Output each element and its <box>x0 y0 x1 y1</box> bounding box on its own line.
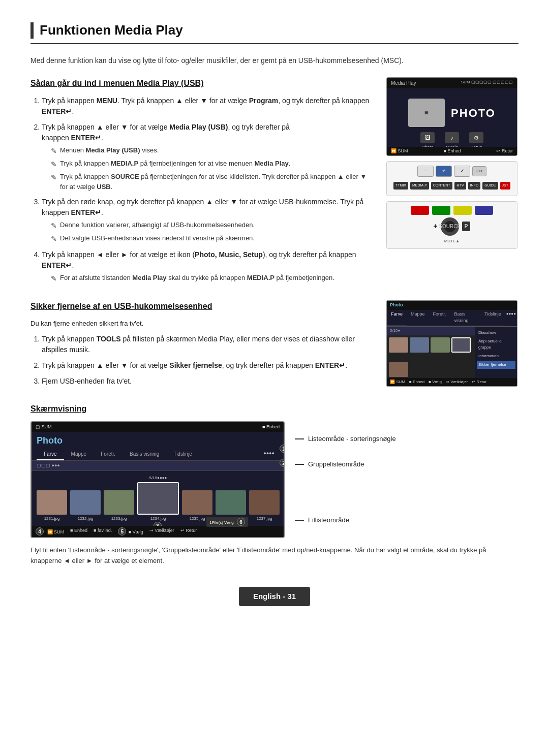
remote2-row1: + SOURCE P <box>391 217 513 236</box>
note-icon-2b: ✎ <box>51 159 57 170</box>
remote2: + SOURCE P MUTE▲ <box>386 201 517 249</box>
nav-circle: SOURCE <box>441 217 459 236</box>
section1-heading: Sådan går du ind i menuen Media Play (US… <box>30 77 376 89</box>
psl-label-1235: 1235.jpg <box>190 516 205 522</box>
btn-info: INFO <box>468 182 481 190</box>
psl-footer-velg: 5 ■ Vælg <box>118 527 143 536</box>
badge-5: 5 <box>118 527 126 536</box>
note-2a: ✎ Menuen Media Play (USB) vises. <box>51 145 376 156</box>
psl-label-1232: 1232.jpg <box>78 516 94 522</box>
psl-tab-basis: Basis visning <box>123 449 166 460</box>
section1-images: Media Play SUM ▢▢▢▢▢ ▢▢▢▢▢ ▣ PHOTO 🖼 Pho… <box>386 77 518 289</box>
psl-tabs-row: Farve Mappe Foretr. Basis visning Tidsli… <box>32 449 284 461</box>
psl-header-right: ■ Enhed <box>262 424 280 431</box>
psl-title: Photo <box>32 432 284 449</box>
note-icon-2a: ✎ <box>51 146 57 156</box>
badge-6: 6 <box>237 518 245 526</box>
section1-steps: Tryk på knappen MENU. Tryk på knappen ▲ … <box>30 96 376 284</box>
mp-footer-retur: ↩ Retur <box>496 148 513 155</box>
psl-label-1233: 1233.jpg <box>111 516 127 522</box>
btn-ttmix: TTMIX <box>393 182 408 190</box>
note-icon-4a: ✎ <box>51 273 57 284</box>
ps-title: Photo <box>390 302 403 309</box>
ps-tab-farve: Farve <box>387 310 407 326</box>
psl-thumb-wrap-3: 1233.jpg <box>104 490 134 522</box>
note-text-3b: Det valgte USB-enhedsnavn vises nederst … <box>60 233 255 243</box>
psl-footer-fav: ■ fav.ind. <box>94 527 112 536</box>
btn-green <box>432 206 450 215</box>
btn-red <box>411 206 429 215</box>
skerm-label-3: Fillisteområde <box>295 515 518 525</box>
note-text-2b: Tryk på knappen MEDIA.P på fjernbetjenin… <box>60 159 290 169</box>
skerm-label-2: Gruppelisteområde <box>295 459 518 469</box>
s2-step3: Fjern USB-enheden fra tv'et. <box>42 376 376 387</box>
psl-thumb-wrap-1: 1231.jpg <box>37 490 67 522</box>
psl-thumb-1231 <box>37 490 67 515</box>
ps-footer-enhed: ■ Enhed <box>409 379 424 385</box>
psl-header: ▢ SUM ■ Enhed <box>32 422 284 432</box>
ps-tab-tidslinje: Tidslinje <box>480 310 505 326</box>
note-3a: ✎ Denne funktion varierer, afhængigt af … <box>51 220 376 231</box>
section2-intro: Du kan fjerne enheden sikkert fra tv'et. <box>30 319 376 329</box>
btn-dtv: ⊕TV <box>454 182 466 190</box>
psl-thumb-1233 <box>104 490 134 515</box>
skerm-label-text-2: Gruppelisteområde <box>308 459 364 469</box>
note-2b: ✎ Tryk på knappen MEDIA.P på fjernbetjen… <box>51 159 376 170</box>
psl-group-row: ▢▢▢ ●●● <box>32 461 284 471</box>
ps-tab-foretr: Foretr. <box>429 310 450 326</box>
btn-yellow <box>453 206 472 215</box>
badge-2: 2 <box>280 459 285 467</box>
psl-group-text: ▢▢▢ ●●● <box>37 462 60 469</box>
psl-tab-tid: Tidslinje <box>166 449 199 460</box>
psl-tabs: Farve Mappe Foretr. Basis visning Tidsli… <box>32 449 284 461</box>
psl-counter-label: 5/15●●●● <box>149 475 167 481</box>
mp-icon-setup-shape: ⚙ <box>469 132 483 143</box>
btn-minus: − <box>417 166 434 177</box>
remote1-row1: − ↵ ✓ CH <box>391 166 513 177</box>
s2-step2: Tryk på knappen ▲ eller ▼ for at vælge S… <box>42 360 376 371</box>
ps-sidebar-sikker: Sikker fjernelse <box>477 361 515 369</box>
section2-steps: Tryk på knappen TOOLS på fillisten på sk… <box>30 334 376 387</box>
step-4: Tryk på knappen ◄ eller ► for at vælge e… <box>42 249 376 284</box>
note-text-4a: For at afslutte tilstanden Media Play sk… <box>60 273 334 283</box>
psl-label-1231: 1231.jpg <box>44 516 60 522</box>
skerm-label-line-3 <box>295 520 304 521</box>
ps-footer: ⏩ SUM ■ Enhed ■ Vælg ⇒ Vælktøjer ↩ Retur <box>387 378 517 386</box>
nav-center: SOURCE <box>444 221 455 232</box>
color-btns <box>391 206 513 215</box>
badge-1: 1 <box>280 445 285 453</box>
ps-footer-retur: ↩ Retur <box>472 379 486 385</box>
page-number-box: English - 31 <box>239 587 310 607</box>
psl-thumb-selected-group: 5/15●●●● 1234.jpg <box>137 475 179 522</box>
ps-footer-vaerk: ⇒ Vælktøjer <box>446 379 468 385</box>
skerm-screen-wrap: ▢ SUM ■ Enhed Photo Farve Mappe Foretr. … <box>30 421 285 539</box>
psl-file-select: 1File(s) Vælg 6 <box>206 517 248 527</box>
page-title-bar: Funktionen Media Play <box>30 20 518 44</box>
psl-thumb-1236 <box>216 490 246 515</box>
ps-thumb-5 <box>389 362 408 377</box>
step-2: Tryk på knappen ▲ eller ▼ for at vælge M… <box>42 122 376 192</box>
note-icon-3b: ✎ <box>51 234 57 244</box>
psl-footer-sum: 4 ⏩ SUM <box>36 527 64 536</box>
section2-heading: Sikker fjernelse af en USB-hukommelsesen… <box>30 300 376 312</box>
psl-group-wrap: ▢▢▢ ●●● 2 <box>32 461 284 471</box>
step-3: Tryk på den røde knap, og tryk derefter … <box>42 197 376 244</box>
page-title: Funktionen Media Play <box>40 20 183 40</box>
mp-header-info: SUM ▢▢▢▢▢ ▢▢▢▢▢ <box>461 79 513 87</box>
note-icon-3a: ✎ <box>51 220 57 231</box>
ps-header: Photo <box>387 301 517 310</box>
psl-thumb-1234-selected <box>137 482 179 515</box>
btn-guide: GUIDE <box>482 182 498 190</box>
psl-footer: 4 ⏩ SUM ■ Enhed ■ fav.ind. 5 ■ Vælg ⇒ Væ… <box>32 526 284 537</box>
ps-thumb-3 <box>431 337 450 353</box>
btn-mute-label: MUTE▲ <box>391 238 513 244</box>
note-icon-2c: ✎ <box>51 172 57 183</box>
skerm-label-line-2 <box>295 464 304 465</box>
skerm-label-1: Listeområde - sorteringsnøgle <box>295 434 518 444</box>
note-3b: ✎ Det valgte USB-enhedsnavn vises neders… <box>51 233 376 244</box>
media-play-screen: Media Play SUM ▢▢▢▢▢ ▢▢▢▢▢ ▣ PHOTO 🖼 Pho… <box>386 77 517 156</box>
mp-icon-music-shape: ♪ <box>445 132 459 143</box>
remote1-row2: TTMIX MEDIA.P CONTENT ⊕TV INFO GUIDE JST <box>391 180 513 192</box>
btn-mediap: MEDIA.P <box>410 182 429 190</box>
mp-footer-enhed: ■ Enhed <box>444 148 461 155</box>
